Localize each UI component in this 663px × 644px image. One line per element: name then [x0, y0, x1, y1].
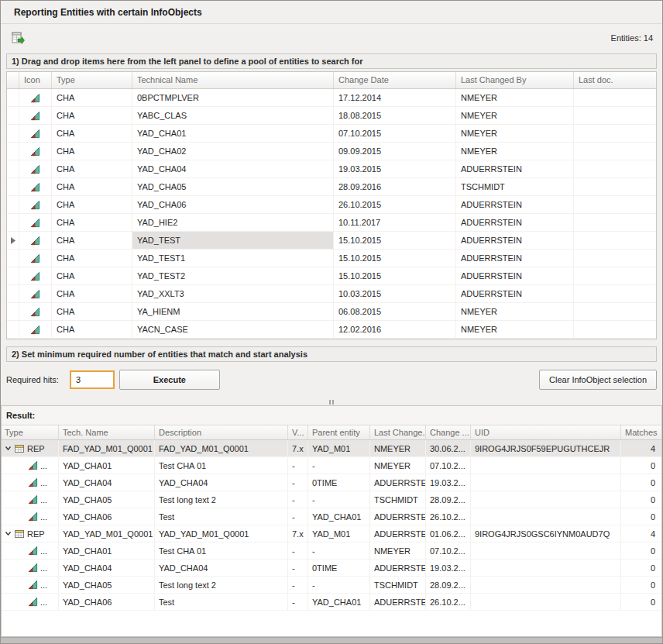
tech-name-cell: YAD_CHA05 — [59, 491, 155, 508]
row-selector — [7, 160, 19, 177]
pool-row[interactable]: CHAYAD_HIE210.11.2017ADUERRSTEIN — [7, 214, 656, 232]
cha-icon — [30, 307, 40, 317]
type-cell: ... — [2, 594, 59, 610]
pool-row[interactable]: CHAYAD_XXLT310.03.2015ADUERRSTEIN — [7, 285, 656, 303]
row-selector — [7, 125, 19, 142]
row-selector — [7, 267, 19, 284]
pool-row[interactable]: CHAYAD_TEST215.10.2015ADUERRSTEIN — [7, 267, 656, 285]
last-changed-by-cell: ADUERRSTE... — [370, 474, 426, 491]
description-cell: YAD_CHA04 — [155, 560, 288, 576]
last-doc-cell — [574, 89, 656, 106]
clear-infoobject-selection-button[interactable]: Clear InfoObject selection — [539, 370, 657, 390]
chevron-down-icon[interactable] — [5, 445, 12, 452]
last-changed-by-cell: NMEYER — [456, 303, 574, 320]
type-label: ... — [40, 512, 47, 522]
execute-button[interactable]: Execute — [119, 370, 220, 390]
result-row[interactable]: REPFAD_YAD_M01_Q0001FAD_YAD_M01_Q00017.x… — [2, 440, 661, 457]
pool-row[interactable]: CHAYAD_CHA0528.09.2016TSCHMIDT — [7, 178, 656, 196]
result-row[interactable]: ...YAD_CHA01Test CHA 01--NMEYER07.10.2..… — [2, 457, 661, 474]
result-column-header-type[interactable]: Type — [2, 425, 59, 439]
type-cell: CHA — [52, 196, 132, 213]
result-column-header-matches[interactable]: Matches — [621, 425, 661, 439]
change-date-cell: 26.10.2... — [426, 594, 471, 610]
pool-row[interactable]: CHAYAD_CHA0209.09.2015NMEYER — [7, 143, 656, 160]
cha-icon — [30, 218, 40, 228]
infoobject-icon-cell — [19, 160, 52, 177]
pool-row[interactable]: CHAYA_HIENM06.08.2015NMEYER — [7, 303, 656, 321]
required-hits-input[interactable] — [70, 370, 115, 389]
row-marker-icon — [11, 237, 15, 244]
infoobject-icon-cell — [19, 303, 52, 320]
splitter-handle[interactable] — [1, 399, 662, 405]
pool-row[interactable]: CHAYABC_CLAS18.08.2015NMEYER — [7, 107, 656, 125]
cha-icon — [30, 253, 40, 263]
last-doc-cell — [574, 232, 656, 249]
result-row[interactable]: REPYAD_YAD_M01_Q0001YAD_YAD_M01_Q00017.x… — [2, 525, 661, 542]
column-header-type[interactable]: Type — [52, 72, 132, 88]
result-empty-area — [2, 611, 661, 636]
technical-name-cell: YAD_HIE2 — [132, 214, 334, 231]
type-label: REP — [27, 529, 45, 539]
uid-cell: 9IROG4JRJS0F59EPUGUTHCEJR — [471, 440, 621, 456]
result-row[interactable]: ...YAD_CHA04YAD_CHA04-0TIMEADUERRSTE...1… — [2, 474, 661, 491]
pool-table-header: IconTypeTechnical NameChange DateLast Ch… — [7, 72, 656, 89]
matches-cell: 0 — [621, 508, 661, 525]
export-button[interactable] — [9, 29, 27, 47]
pool-row[interactable]: CHA0BPCTMPLVER17.12.2014NMEYER — [7, 89, 656, 107]
tech-name-cell: YAD_CHA06 — [59, 594, 155, 610]
horizontal-scrollbar[interactable] — [1, 637, 662, 643]
last-doc-cell — [574, 107, 656, 124]
row-selector — [7, 250, 19, 267]
last-doc-cell — [574, 250, 656, 267]
section2-header: 2) Set minimum required number of entiti… — [6, 346, 657, 362]
result-row[interactable]: ...YAD_CHA06Test-YAD_CHA01ADUERRSTE...26… — [2, 508, 661, 525]
result-column-header-tech-name[interactable]: Tech. Name — [59, 425, 155, 439]
column-header-last-changed-by[interactable]: Last Changed By — [456, 72, 574, 88]
cha-icon — [30, 182, 40, 192]
last-changed-by-cell: NMEYER — [456, 107, 574, 124]
result-column-header-description[interactable]: Description — [155, 425, 288, 439]
technical-name-cell: YAD_TEST2 — [132, 267, 334, 284]
column-header-change-date[interactable]: Change Date — [334, 72, 456, 88]
result-column-header-last-change-[interactable]: Last Change... — [370, 425, 426, 439]
result-row[interactable]: ...YAD_CHA04YAD_CHA04-0TIMEADUERRSTE...1… — [2, 560, 661, 577]
pool-row[interactable]: CHAYAD_CHA0626.10.2015ADUERRSTEIN — [7, 196, 656, 214]
change-date-cell: 10.03.2015 — [334, 285, 456, 302]
technical-name-cell: YAD_CHA01 — [132, 125, 334, 142]
uid-cell — [471, 508, 621, 525]
result-row[interactable]: ...YAD_CHA05Test long text 2--TSCHMIDT28… — [2, 577, 661, 594]
column-header-icon[interactable]: Icon — [19, 72, 52, 88]
last-changed-by-cell: ADUERRSTEIN — [456, 232, 574, 249]
matches-cell: 0 — [621, 560, 661, 576]
pool-row[interactable]: CHAYAD_CHA0419.03.2015ADUERRSTEIN — [7, 160, 656, 178]
result-row[interactable]: ...YAD_CHA06Test-YAD_CHA01ADUERRSTE...26… — [2, 594, 661, 611]
last-changed-by-cell: ADUERRSTEIN — [456, 160, 574, 177]
result-row[interactable]: ...YAD_CHA05Test long text 2--TSCHMIDT28… — [2, 491, 661, 508]
chevron-down-icon[interactable] — [5, 530, 12, 537]
infoobject-icon-cell — [19, 214, 52, 231]
type-cell: ... — [2, 560, 59, 576]
description-cell: Test CHA 01 — [155, 542, 288, 559]
change-date-cell: 19.03.2... — [426, 474, 471, 491]
result-column-header-change-[interactable]: Change ... — [426, 425, 471, 439]
cha-icon — [30, 236, 40, 246]
type-cell: CHA — [52, 89, 132, 106]
result-column-header-uid[interactable]: UID — [471, 425, 621, 439]
pool-row[interactable]: CHAYACN_CASE12.02.2016NMEYER — [7, 321, 656, 339]
pool-row[interactable]: CHAYAD_TEST15.10.2015ADUERRSTEIN — [7, 232, 656, 250]
type-label: ... — [40, 495, 47, 505]
result-column-header-v-[interactable]: V... — [288, 425, 308, 439]
result-column-header-parent-entity[interactable]: Parent entity — [308, 425, 370, 439]
matches-cell: 0 — [621, 457, 661, 474]
column-header-last-doc-[interactable]: Last doc. — [574, 72, 656, 88]
change-date-cell: 28.09.2016 — [334, 178, 456, 195]
infoobject-icon-cell — [19, 196, 52, 213]
rep-icon — [14, 443, 25, 454]
tech-name-cell: FAD_YAD_M01_Q0001 — [59, 440, 155, 456]
parent-entity-cell: 0TIME — [308, 474, 370, 491]
result-row[interactable]: ...YAD_CHA01Test CHA 01--NMEYER07.10.2..… — [2, 542, 661, 560]
uid-cell: 9IROG4JRJS0GSC6IYNM0AUD7Q — [471, 525, 621, 542]
pool-row[interactable]: CHAYAD_CHA0107.10.2015NMEYER — [7, 125, 656, 143]
pool-row[interactable]: CHAYAD_TEST115.10.2015ADUERRSTEIN — [7, 250, 656, 267]
column-header-technical-name[interactable]: Technical Name — [132, 72, 334, 88]
